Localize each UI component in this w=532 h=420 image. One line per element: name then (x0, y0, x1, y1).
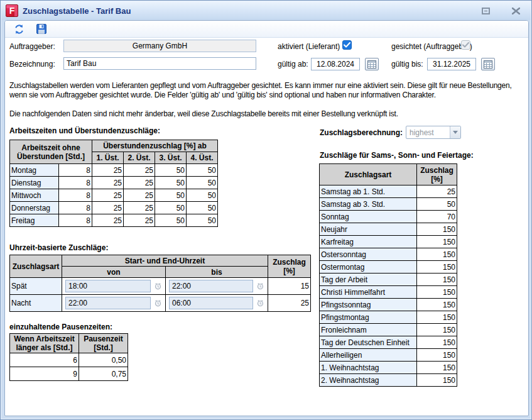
table-cell: 150 (417, 248, 457, 261)
table-cell: 1. Weihnachtstag (320, 362, 417, 374)
calendar-icon (367, 60, 376, 69)
table-cell: 25 (124, 164, 155, 177)
auftraggeber-label: Auftraggeber: (9, 42, 55, 51)
window-title: Zuschlagstabelle - Tarif Bau (23, 6, 131, 16)
table-row: Mittwoch825255050 (10, 189, 218, 202)
table-cell: 8 (59, 202, 92, 214)
table-cell: Sonntag (320, 211, 417, 223)
table-cell: Neujahr (320, 223, 417, 236)
clock-icon[interactable] (154, 281, 162, 291)
table-cell: 2. Weihnachtstag (320, 374, 417, 387)
time-header-pct: Zuschlag [%] (268, 255, 311, 278)
calc-dropdown-disabled: highest (406, 126, 461, 139)
table-cell: 50 (155, 214, 187, 227)
clock-icon[interactable] (256, 298, 264, 308)
table-row: 60,50 (10, 353, 128, 367)
table-cell: Pfingstmontag (320, 311, 417, 324)
table-cell: 150 (417, 374, 457, 387)
table-cell: 0,75 (79, 367, 128, 381)
table-row: Ostermontag150 (320, 261, 457, 274)
table-cell: 50 (155, 164, 187, 177)
pause-table: Wenn Arbeitszeit länger als [Std.] Pause… (9, 333, 128, 381)
table-cell: 25 (124, 177, 155, 189)
calendar-icon (484, 60, 492, 69)
calc-dropdown-value: highest (406, 128, 450, 137)
table-cell: Tag der Arbeit (320, 274, 417, 286)
gueltig-ab-label: gültig ab: (278, 60, 308, 69)
time-table: Zuschlagsart Start- und End-Uhrzeit Zusc… (9, 255, 311, 312)
gueltig-ab-input[interactable] (311, 58, 360, 70)
time-bis-input[interactable] (169, 297, 253, 309)
table-cell: Fronleichnam (320, 324, 417, 336)
table-cell: 25 (124, 202, 155, 214)
overtime-table: Arbeitszeit ohne Überstunden [Std.] Über… (9, 140, 218, 227)
time-bis-input[interactable] (169, 280, 253, 292)
table-cell: 50 (187, 177, 218, 189)
overtime-table-caption: Arbeitszeiten und Überstundenzuschläge: (9, 126, 160, 135)
table-cell: 50 (187, 164, 218, 177)
refresh-icon (14, 24, 24, 35)
table-cell: Ostersonntag (320, 248, 417, 261)
table-row: Pfingstsonntag150 (320, 299, 457, 311)
gueltig-bis-label: gültig bis: (391, 60, 423, 69)
table-cell: 150 (417, 362, 457, 374)
check-icon (344, 42, 350, 48)
table-cell: 8 (59, 189, 92, 202)
maximize-icon (482, 8, 490, 14)
table-cell: 50 (187, 202, 218, 214)
table-cell: 25 (417, 185, 457, 198)
time-row-pct: 25 (268, 295, 311, 312)
table-cell: 8 (59, 177, 92, 189)
bezeichnung-label: Bezeichnung: (9, 60, 55, 69)
table-cell: 150 (417, 299, 457, 311)
gueltig-ab-calendar-button[interactable] (365, 58, 379, 70)
overtime-header-worktime: Arbeitszeit ohne Überstunden [Std.] (10, 140, 92, 164)
table-cell: Samstag ab 1. Std. (320, 185, 417, 198)
dialog-window: F Zuschlagstabelle - Tarif Bau (0, 0, 532, 420)
table-cell: 25 (124, 214, 155, 227)
table-row: Fronleichnam150 (320, 324, 457, 336)
clock-icon[interactable] (256, 281, 264, 291)
table-cell: 25 (92, 164, 124, 177)
app-logo-icon: F (6, 4, 18, 17)
table-row: Tag der Arbeit150 (320, 274, 457, 286)
refresh-button[interactable] (13, 23, 25, 35)
gueltig-bis-input[interactable] (427, 58, 476, 70)
time-table-caption: Uhrzeit-basierte Zuschläge: (9, 243, 108, 252)
table-cell: 150 (417, 311, 457, 324)
close-button[interactable] (509, 6, 522, 16)
table-row: Tag der Deutschen Einheit150 (320, 336, 457, 349)
table-cell: 150 (417, 236, 457, 248)
time-von-input[interactable] (65, 280, 151, 292)
time-row-art: Nacht (10, 295, 62, 312)
table-cell: Christi Himmelfahrt (320, 286, 417, 299)
titlebar: F Zuschlagstabelle - Tarif Bau (1, 1, 531, 20)
check-icon (462, 42, 469, 48)
time-header-group: Start- und End-Uhrzeit (62, 255, 268, 267)
pause-header-time: Pausenzeit [Std.] (79, 334, 128, 353)
toolbar (5, 21, 528, 38)
table-cell: 50 (187, 189, 218, 202)
save-icon (36, 24, 46, 34)
table-cell: Pfingstsonntag (320, 299, 417, 311)
time-von-input[interactable] (65, 297, 151, 309)
overtime-header-surcharge: Überstundenzuschlag [%] ab (92, 140, 218, 152)
table-cell: 6 (10, 353, 79, 367)
table-cell: Allerheiligen (320, 349, 417, 362)
table-row: Dienstag825255050 (10, 177, 218, 189)
table-cell: 150 (417, 349, 457, 362)
bezeichnung-input[interactable] (63, 57, 256, 70)
gueltig-bis-calendar-button[interactable] (481, 58, 495, 70)
table-cell: 50 (155, 202, 187, 214)
clock-icon[interactable] (154, 298, 162, 308)
pause-header-limit: Wenn Arbeitszeit länger als [Std.] (10, 334, 79, 353)
save-button[interactable] (35, 23, 48, 35)
aktiviert-checkbox[interactable] (342, 40, 352, 50)
table-row: Spät 15 (10, 278, 311, 295)
holiday-table: Zuschlagsart Zuschlag [%] Samstag ab 1. … (319, 163, 457, 387)
table-row: Karfreitag150 (320, 236, 457, 248)
table-cell: 50 (187, 214, 218, 227)
table-cell: 25 (124, 189, 155, 202)
maximize-button[interactable] (479, 6, 492, 16)
table-cell: Freitag (10, 214, 59, 227)
